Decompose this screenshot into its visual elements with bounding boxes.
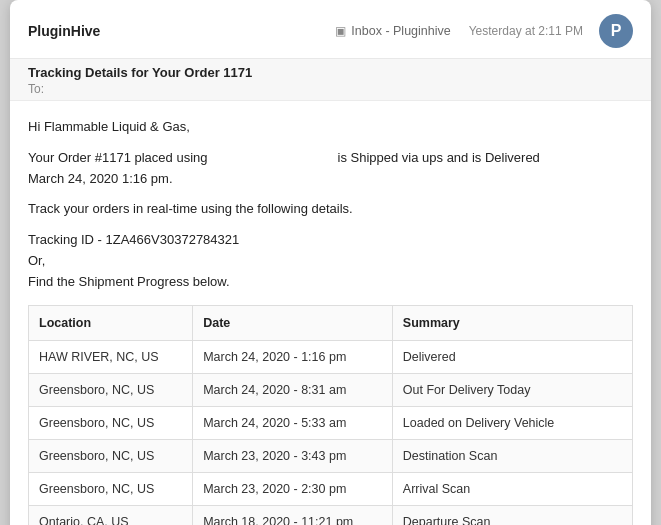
cell-location: Greensboro, NC, US — [29, 406, 193, 439]
cell-location: Greensboro, NC, US — [29, 373, 193, 406]
table-row: HAW RIVER, NC, USMarch 24, 2020 - 1:16 p… — [29, 340, 633, 373]
cell-summary: Arrival Scan — [392, 472, 632, 505]
avatar: P — [599, 14, 633, 48]
col-header-date: Date — [193, 305, 393, 340]
col-header-location: Location — [29, 305, 193, 340]
email-subject: Tracking Details for Your Order 1171 — [28, 65, 633, 80]
cell-date: March 23, 2020 - 2:30 pm — [193, 472, 393, 505]
cell-date: March 24, 2020 - 1:16 pm — [193, 340, 393, 373]
table-row: Greensboro, NC, USMarch 24, 2020 - 8:31 … — [29, 373, 633, 406]
to-line: To: — [28, 82, 633, 96]
order-date: March 24, 2020 1:16 pm. — [28, 171, 173, 186]
email-subheader: Tracking Details for Your Order 1171 To: — [10, 59, 651, 101]
cell-summary: Loaded on Delivery Vehicle — [392, 406, 632, 439]
inbox-label-text: Inbox - Pluginhive — [351, 24, 450, 38]
cell-summary: Departure Scan — [392, 505, 632, 525]
table-row: Greensboro, NC, USMarch 23, 2020 - 2:30 … — [29, 472, 633, 505]
table-row: Ontario, CA, USMarch 18, 2020 - 11:21 pm… — [29, 505, 633, 525]
sender-name: PluginHive — [28, 23, 100, 39]
email-header: PluginHive ▣ Inbox - Pluginhive Yesterda… — [10, 0, 651, 59]
table-row: Greensboro, NC, USMarch 24, 2020 - 5:33 … — [29, 406, 633, 439]
cell-summary: Destination Scan — [392, 439, 632, 472]
cell-date: March 18, 2020 - 11:21 pm — [193, 505, 393, 525]
email-body: Hi Flammable Liquid & Gas, Your Order #1… — [10, 101, 651, 525]
table-header-row: Location Date Summary — [29, 305, 633, 340]
inbox-icon: ▣ — [335, 24, 346, 38]
tracking-id: Tracking ID - 1ZA466V30372784321 Or, Fin… — [28, 230, 633, 292]
tracking-table: Location Date Summary HAW RIVER, NC, USM… — [28, 305, 633, 525]
cell-summary: Out For Delivery Today — [392, 373, 632, 406]
cell-location: HAW RIVER, NC, US — [29, 340, 193, 373]
cell-location: Greensboro, NC, US — [29, 472, 193, 505]
email-timestamp: Yesterday at 2:11 PM — [469, 24, 583, 38]
inbox-label-container: ▣ Inbox - Pluginhive — [335, 24, 450, 38]
col-header-summary: Summary — [392, 305, 632, 340]
track-instructions: Track your orders in real-time using the… — [28, 199, 633, 220]
greeting: Hi Flammable Liquid & Gas, — [28, 117, 633, 138]
cell-summary: Delivered — [392, 340, 632, 373]
order-prefix: Your Order #1171 placed using — [28, 150, 207, 165]
table-row: Greensboro, NC, USMarch 23, 2020 - 3:43 … — [29, 439, 633, 472]
order-info: Your Order #1171 placed using is Shipped… — [28, 148, 633, 190]
cell-date: March 24, 2020 - 5:33 am — [193, 406, 393, 439]
cell-date: March 24, 2020 - 8:31 am — [193, 373, 393, 406]
order-middle: is Shipped via ups and is Delivered — [338, 150, 540, 165]
email-container: PluginHive ▣ Inbox - Pluginhive Yesterda… — [10, 0, 651, 525]
cell-location: Greensboro, NC, US — [29, 439, 193, 472]
cell-date: March 23, 2020 - 3:43 pm — [193, 439, 393, 472]
cell-location: Ontario, CA, US — [29, 505, 193, 525]
